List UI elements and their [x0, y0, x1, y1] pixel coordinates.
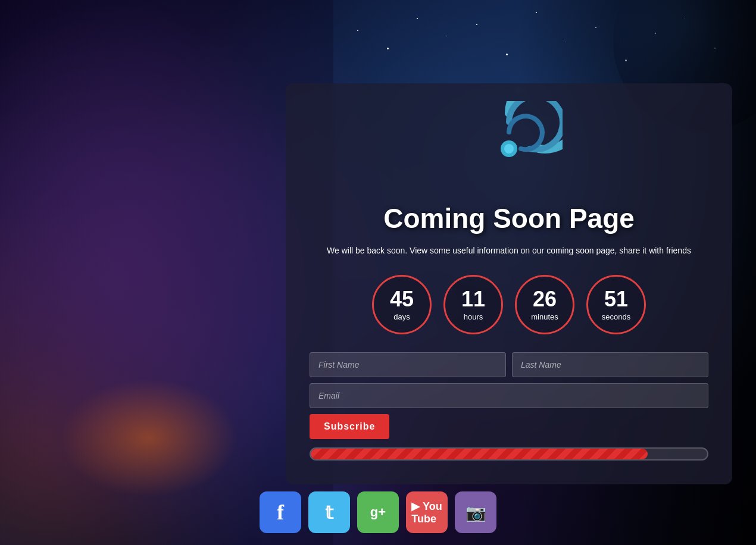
subscribe-button[interactable]: Subscribe	[310, 414, 389, 439]
email-input[interactable]	[310, 383, 708, 408]
days-circle: 45 days	[372, 275, 432, 334]
google-icon: g+	[370, 505, 386, 520]
days-value: 45	[390, 289, 414, 310]
twitter-button[interactable]: 𝕥	[308, 491, 350, 533]
page-title: Coming Soon Page	[310, 202, 708, 234]
countdown-seconds: 51 seconds	[586, 275, 646, 334]
seconds-label: seconds	[602, 312, 630, 321]
main-panel: Coming Soon Page We will be back soon. V…	[286, 83, 732, 484]
seconds-circle: 51 seconds	[586, 275, 646, 334]
seconds-value: 51	[604, 289, 628, 310]
minutes-value: 26	[533, 289, 557, 310]
minutes-circle: 26 minutes	[515, 275, 574, 334]
logo-icon	[455, 101, 563, 196]
countdown-hours: 11 hours	[443, 275, 503, 334]
social-bar: f 𝕥 g+ ▶ YouTube 📷	[0, 491, 756, 533]
google-button[interactable]: g+	[357, 491, 399, 533]
instagram-icon: 📷	[466, 503, 486, 522]
last-name-input[interactable]	[512, 352, 708, 377]
subscription-form: Subscribe	[310, 352, 708, 461]
countdown-days: 45 days	[372, 275, 432, 334]
days-label: days	[393, 312, 410, 321]
hours-value: 11	[461, 289, 485, 310]
twitter-icon: 𝕥	[325, 502, 333, 523]
facebook-icon: f	[277, 500, 284, 525]
minutes-label: minutes	[531, 312, 558, 321]
page-subtitle: We will be back soon. View some useful i…	[310, 244, 708, 257]
countdown-minutes: 26 minutes	[515, 275, 574, 334]
youtube-icon: ▶ YouTube	[411, 500, 442, 525]
hours-circle: 11 hours	[443, 275, 503, 334]
name-row	[310, 352, 708, 377]
progress-bar-container	[310, 447, 708, 461]
youtube-button[interactable]: ▶ YouTube	[406, 491, 448, 533]
facebook-button[interactable]: f	[260, 491, 301, 533]
first-name-input[interactable]	[310, 352, 506, 377]
countdown-container: 45 days 11 hours 26 minutes 51 seconds	[310, 275, 708, 334]
svg-point-1	[504, 144, 514, 154]
hours-label: hours	[464, 312, 483, 321]
instagram-button[interactable]: 📷	[455, 491, 496, 533]
logo-area	[310, 101, 708, 196]
progress-bar-fill	[311, 449, 648, 459]
